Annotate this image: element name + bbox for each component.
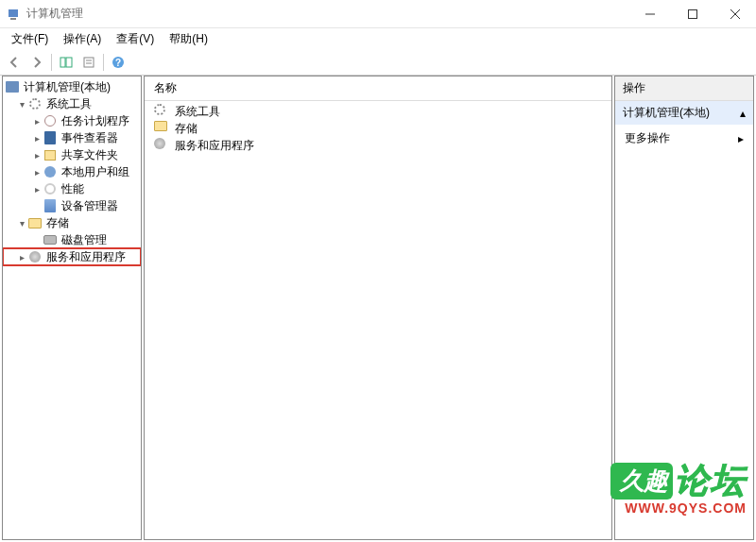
tree-label: 共享文件夹 <box>61 147 118 163</box>
minimize-button[interactable] <box>628 0 671 28</box>
tree-device-manager[interactable]: 设备管理器 <box>3 197 141 214</box>
tree-label: 计算机管理(本地) <box>24 79 111 95</box>
services-icon <box>154 138 169 153</box>
tree-task-scheduler[interactable]: ▸ 任务计划程序 <box>3 112 141 129</box>
svg-rect-0 <box>9 9 18 17</box>
expand-icon[interactable]: ▸ <box>16 252 27 263</box>
tools-icon <box>27 96 43 111</box>
actions-section-title[interactable]: 计算机管理(本地) ▴ <box>615 101 753 125</box>
tree-services-apps[interactable]: ▸ 服务和应用程序 <box>3 248 141 265</box>
list-item-storage[interactable]: 存储 <box>145 120 611 137</box>
submenu-arrow-icon: ▸ <box>738 132 744 145</box>
actions-more-label: 更多操作 <box>625 130 670 146</box>
collapse-up-icon: ▴ <box>740 107 746 120</box>
device-icon <box>43 198 58 213</box>
tree-label: 事件查看器 <box>61 130 118 146</box>
tree-label: 本地用户和组 <box>61 164 129 180</box>
tree-label: 系统工具 <box>46 96 92 112</box>
tree-panel: 计算机管理(本地) ▾ 系统工具 ▸ 任务计划程序 ▸ 事件查看器 ▸ 共享文件… <box>2 76 142 540</box>
list-label: 系统工具 <box>175 104 220 120</box>
tree-label: 服务和应用程序 <box>46 249 126 265</box>
svg-rect-8 <box>84 58 94 67</box>
actions-more[interactable]: 更多操作 ▸ <box>615 125 753 152</box>
show-hide-tree-button[interactable] <box>56 52 77 73</box>
expand-icon[interactable]: ▸ <box>31 167 43 178</box>
properties-button[interactable] <box>78 52 99 73</box>
menu-help[interactable]: 帮助(H) <box>162 29 215 49</box>
toolbar-separator <box>103 54 104 71</box>
main-area: 计算机管理(本地) ▾ 系统工具 ▸ 任务计划程序 ▸ 事件查看器 ▸ 共享文件… <box>0 76 756 542</box>
tree-root[interactable]: 计算机管理(本地) <box>3 78 141 95</box>
window-title: 计算机管理 <box>26 6 628 22</box>
menu-action[interactable]: 操作(A) <box>56 29 109 49</box>
tree-label: 任务计划程序 <box>61 113 129 129</box>
actions-panel: 操作 计算机管理(本地) ▴ 更多操作 ▸ <box>614 76 754 540</box>
tree-storage[interactable]: ▾ 存储 <box>3 214 141 231</box>
performance-icon <box>43 181 58 196</box>
forward-button[interactable] <box>26 52 47 73</box>
clock-icon <box>43 113 58 128</box>
collapse-icon[interactable]: ▾ <box>16 99 27 110</box>
computer-icon <box>5 79 20 94</box>
maximize-button[interactable] <box>671 0 713 28</box>
expand-icon[interactable]: ▸ <box>31 150 43 161</box>
tree-event-viewer[interactable]: ▸ 事件查看器 <box>3 129 141 146</box>
column-header-name[interactable]: 名称 <box>145 76 611 101</box>
menu-bar: 文件(F) 操作(A) 查看(V) 帮助(H) <box>0 28 756 49</box>
tree-label: 设备管理器 <box>61 198 118 214</box>
disk-icon <box>43 232 58 247</box>
tree-label: 磁盘管理 <box>61 232 107 248</box>
tree-performance[interactable]: ▸ 性能 <box>3 180 141 197</box>
tree-local-users[interactable]: ▸ 本地用户和组 <box>3 163 141 180</box>
expand-icon[interactable]: ▸ <box>31 116 43 127</box>
actions-header: 操作 <box>615 76 753 101</box>
list-item-system-tools[interactable]: 系统工具 <box>145 103 611 120</box>
tools-icon <box>154 104 169 119</box>
back-button[interactable] <box>4 52 25 73</box>
expand-icon[interactable]: ▸ <box>31 133 43 144</box>
toolbar-separator <box>51 54 52 71</box>
collapse-icon[interactable]: ▾ <box>16 218 27 229</box>
menu-view[interactable]: 查看(V) <box>109 29 162 49</box>
expand-icon[interactable]: ▸ <box>31 184 43 195</box>
tree-label: 性能 <box>61 181 84 197</box>
actions-section-label: 计算机管理(本地) <box>623 105 710 121</box>
users-icon <box>43 164 58 179</box>
storage-icon <box>27 215 43 230</box>
title-bar: 计算机管理 <box>0 0 756 28</box>
svg-rect-3 <box>688 9 696 18</box>
tree-disk-mgmt[interactable]: 磁盘管理 <box>3 231 141 248</box>
list-label: 服务和应用程序 <box>175 138 254 154</box>
app-icon <box>6 7 21 22</box>
window-controls <box>628 0 756 28</box>
toolbar: ? <box>0 49 756 76</box>
content-panel: 名称 系统工具 存储 服务和应用程序 <box>144 76 612 540</box>
tree-label: 存储 <box>46 215 69 231</box>
folder-share-icon <box>43 147 58 162</box>
tree-system-tools[interactable]: ▾ 系统工具 <box>3 95 141 112</box>
storage-icon <box>154 121 169 136</box>
svg-rect-7 <box>66 58 72 67</box>
tree-shared-folders[interactable]: ▸ 共享文件夹 <box>3 146 141 163</box>
svg-rect-1 <box>10 18 16 20</box>
svg-text:?: ? <box>115 58 121 68</box>
list-label: 存储 <box>175 121 198 137</box>
services-icon <box>27 249 43 264</box>
menu-file[interactable]: 文件(F) <box>4 29 56 49</box>
nav-tree: 计算机管理(本地) ▾ 系统工具 ▸ 任务计划程序 ▸ 事件查看器 ▸ 共享文件… <box>3 76 141 267</box>
svg-rect-6 <box>60 58 65 67</box>
book-icon <box>43 130 58 145</box>
help-button[interactable]: ? <box>108 52 129 73</box>
close-button[interactable] <box>713 0 756 28</box>
list-item-services-apps[interactable]: 服务和应用程序 <box>145 137 611 154</box>
content-list: 系统工具 存储 服务和应用程序 <box>145 101 611 156</box>
